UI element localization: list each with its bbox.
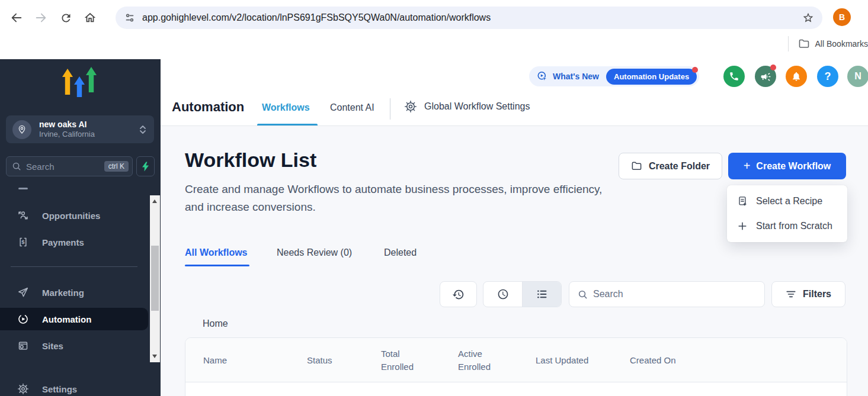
url-bar[interactable]: app.gohighlevel.com/v2/location/lnPS691g… (116, 7, 822, 29)
filters-label: Filters (803, 289, 831, 300)
tab-deleted[interactable]: Deleted (384, 247, 417, 258)
time-view-button[interactable] (483, 282, 522, 307)
svg-text:$: $ (21, 239, 25, 245)
bookmarks-folder-icon[interactable] (798, 38, 810, 50)
home-icon[interactable] (81, 8, 100, 27)
automation-updates-badge[interactable]: Automation Updates (606, 69, 697, 85)
sidebar-search[interactable]: ctrl K (6, 156, 133, 176)
column-header-last-updated: Last Updated (536, 338, 588, 382)
tab-content-ai[interactable]: Content AI (330, 102, 374, 113)
bookmark-star-icon[interactable] (802, 12, 814, 24)
tab-workflows-label: Workflows (262, 102, 310, 112)
tab-workflows[interactable]: Workflows (262, 102, 310, 113)
bookmarks-separator (788, 36, 789, 51)
sidebar-item-label: Opportunities (42, 211, 100, 221)
payments-icon: $ (18, 237, 28, 247)
sidebar-item-marketing[interactable]: Marketing (0, 281, 148, 304)
scrollbar-down-arrow[interactable] (152, 355, 157, 358)
menu-item-label: Select a Recipe (756, 196, 822, 207)
workflow-search[interactable] (569, 281, 765, 307)
sites-icon (18, 340, 28, 351)
site-info-icon[interactable] (124, 12, 135, 23)
phone-button[interactable] (723, 66, 745, 87)
megaphone-icon (760, 71, 771, 82)
menu-item-label: Start from Scratch (756, 221, 832, 231)
active-tab-underline (257, 124, 318, 125)
notifications-button[interactable] (786, 66, 807, 87)
app-logo (60, 66, 98, 101)
create-workflow-label: Create Workflow (756, 161, 831, 172)
scrollbar-thumb[interactable] (151, 246, 159, 311)
bolt-icon (141, 162, 150, 172)
quick-actions-button[interactable] (136, 156, 155, 176)
whats-new-button[interactable]: What's New Automation Updates (529, 66, 699, 86)
announcements-button[interactable] (755, 66, 776, 87)
workflow-search-input[interactable] (593, 289, 764, 300)
all-bookmarks-label[interactable]: All Bookmarks (815, 39, 868, 49)
folder-icon (631, 160, 642, 172)
history-icon (452, 288, 465, 301)
sidebar-search-input[interactable] (26, 162, 91, 172)
sidebar-item-label: Settings (42, 384, 77, 394)
create-workflow-button[interactable]: + Create Workflow (728, 153, 846, 179)
tab-all-workflows[interactable]: All Workflows (185, 247, 248, 258)
plus-icon: + (744, 159, 751, 173)
browser-menu-icon[interactable]: ⋮ (864, 11, 868, 25)
filters-button[interactable]: Filters (771, 281, 845, 307)
tab-content-ai-label: Content AI (330, 102, 374, 112)
user-avatar-initial: N (854, 71, 861, 82)
account-location: Irvine, California (39, 130, 139, 139)
sidebar-item-automation[interactable]: Automation (0, 308, 148, 330)
sidebar-item-settings[interactable]: Settings (0, 378, 148, 396)
menu-item-select-recipe[interactable]: Select a Recipe (727, 189, 847, 214)
phone-icon (729, 71, 739, 82)
help-button[interactable]: ? (817, 66, 838, 87)
sidebar-item-label: Sites (42, 341, 63, 351)
list-view-button[interactable] (522, 282, 561, 307)
notification-dot (770, 65, 776, 70)
tab-needs-review[interactable]: Needs Review (0) (277, 247, 352, 258)
enrollment-history-button[interactable] (440, 281, 477, 307)
app-header: What's New Automation Updates ? N Automa… (161, 59, 868, 126)
url-text[interactable]: app.gohighlevel.com/v2/location/lnPS691g… (142, 12, 491, 23)
whats-new-icon (537, 71, 547, 82)
bell-icon (791, 71, 802, 82)
scrollbar-up-arrow[interactable] (152, 199, 157, 203)
active-subtab-underline (185, 265, 249, 266)
sidebar-item-sites[interactable]: Sites (0, 334, 148, 357)
forward-icon[interactable] (31, 8, 50, 27)
search-icon (578, 289, 588, 300)
unfold-chevron-icon (139, 125, 146, 134)
shortcut-badge: ctrl K (104, 161, 129, 172)
back-icon[interactable] (7, 8, 26, 27)
clock-icon (497, 288, 509, 300)
account-name: new oaks AI (39, 120, 139, 130)
sidebar-item-opportunities[interactable]: Opportunities (0, 204, 148, 227)
sidebar-scrollbar[interactable] (150, 195, 160, 362)
recipe-icon (737, 196, 748, 207)
global-workflow-settings-label: Global Workflow Settings (424, 101, 530, 112)
menu-item-start-from-scratch[interactable]: Start from Scratch (727, 214, 847, 239)
gear-icon (405, 101, 417, 112)
header-separator (390, 98, 390, 120)
plus-icon (737, 221, 748, 231)
refresh-icon[interactable] (56, 8, 75, 27)
browser-profile-avatar[interactable]: B (833, 8, 851, 26)
user-avatar[interactable]: N (847, 66, 868, 87)
sidebar-item-payments[interactable]: $ Payments (0, 231, 148, 253)
workflow-table: Name Status Total Enrolled Active Enroll… (185, 337, 847, 396)
create-folder-button[interactable]: Create Folder (619, 153, 722, 179)
scrolled-item-fragment (18, 188, 28, 189)
breadcrumb-home[interactable]: Home (203, 318, 228, 329)
automation-icon (18, 314, 28, 324)
sidebar-item-label: Payments (42, 237, 84, 247)
account-switcher[interactable]: new oaks AI Irvine, California (6, 115, 154, 143)
page-title: Automation (172, 99, 244, 115)
screen: app.gohighlevel.com/v2/location/lnPS691g… (0, 0, 868, 396)
sidebar-item-label: Marketing (42, 288, 84, 298)
question-mark-icon: ? (825, 70, 831, 83)
table-header-row: Name Status Total Enrolled Active Enroll… (185, 338, 847, 382)
global-workflow-settings-link[interactable]: Global Workflow Settings (405, 101, 530, 112)
marketing-icon (18, 287, 28, 298)
filter-icon (786, 289, 796, 300)
